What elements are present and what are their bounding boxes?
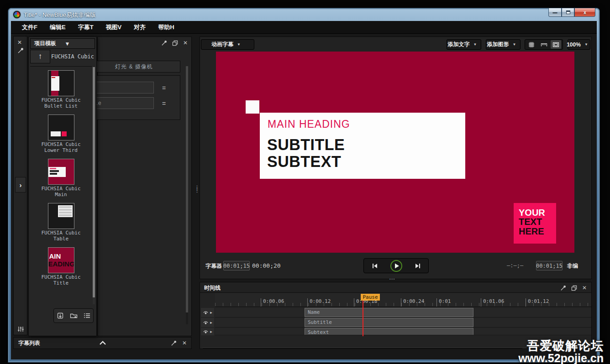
- menu-title[interactable]: 字幕T: [78, 23, 94, 31]
- out-time-field[interactable]: 00:01;15: [536, 261, 563, 270]
- template-item-title[interactable]: AIN EADING FUCHSIA Cubic Title: [30, 247, 92, 286]
- left-dock-strip: ✕ ›: [13, 36, 27, 335]
- title-mode-dropdown[interactable]: 动画字幕 ▼: [201, 39, 254, 50]
- cascade-icon[interactable]: [172, 40, 178, 46]
- template-list: FUCHSIA Cubic Bullet List FUCHSIA Cubic …: [30, 66, 92, 312]
- safe-area-toggle-button[interactable]: [551, 40, 561, 49]
- timeline-track[interactable]: Name: [215, 308, 591, 317]
- close-icon[interactable]: ✕: [182, 340, 187, 346]
- ruler-tick: 0:00.24: [401, 298, 424, 307]
- menu-handle-icon[interactable]: =: [162, 84, 166, 92]
- canvas-subtitle-text[interactable]: SUBTITLE SUBTEXT: [267, 136, 345, 170]
- templates-panel: 项目模板 ▼ ↑ FUCHSIA Cubic FUCHSIA Cubic Bul…: [28, 36, 97, 336]
- eye-icon[interactable]: [203, 329, 209, 334]
- template-label: FUCHSIA Cubic Table: [36, 230, 87, 242]
- skip-to-end-button[interactable]: [411, 259, 425, 273]
- current-time-field[interactable]: 00:01;15: [223, 261, 250, 270]
- add-shape-button[interactable]: 添加图形 ▼: [486, 39, 521, 50]
- ruler-tick: 0:01.12: [526, 298, 549, 307]
- ruler-toggle-button[interactable]: [539, 40, 549, 49]
- close-button[interactable]: x: [574, 8, 595, 17]
- mixer-icon[interactable]: [17, 326, 24, 333]
- templates-dropdown-label: 项目模板: [31, 40, 61, 47]
- pin-icon[interactable]: [560, 285, 566, 291]
- template-label: FUCHSIA Cubic Lower Third: [36, 142, 87, 154]
- watermark-line2: www.52pojie.cn: [518, 353, 604, 364]
- maximize-button[interactable]: [562, 8, 574, 17]
- template-item-lower-third[interactable]: FUCHSIA Cubic Lower Third: [30, 114, 92, 154]
- timeline-track[interactable]: Subtext: [215, 328, 591, 335]
- cascade-icon[interactable]: [571, 285, 577, 291]
- template-item-table[interactable]: FUCHSIA Cubic Table: [30, 203, 92, 242]
- clip-name[interactable]: Name: [305, 308, 473, 317]
- secondary-time-blank: —:—;—: [507, 262, 523, 269]
- pin-icon[interactable]: [161, 40, 167, 46]
- watermark: 吾爱破解论坛 www.52pojie.cn: [518, 340, 604, 364]
- subtitle-list-bar[interactable]: 字幕列表 ✕: [13, 337, 192, 349]
- expand-panel-button[interactable]: ›: [15, 177, 26, 192]
- titlebar[interactable]: Title* - NewBlue易炫非编版 — x: [8, 8, 599, 21]
- canvas-heading-text[interactable]: MAIN HEADING: [268, 118, 350, 130]
- canvas-badge-box[interactable]: YOUR TEXT HERE: [514, 203, 556, 244]
- splitter-handle[interactable]: ⋯: [389, 276, 396, 282]
- close-icon[interactable]: ✕: [183, 40, 188, 46]
- maximize-icon: [566, 10, 570, 14]
- timeline-track[interactable]: Subtitle: [215, 318, 591, 328]
- menu-view[interactable]: 视图V: [106, 23, 122, 31]
- menu-align[interactable]: 对齐: [134, 23, 146, 31]
- properties-group: = tle =: [88, 75, 180, 120]
- timeline-ruler[interactable]: 0:00.06 0:00.12 0:00.18 0:00.24 0:01 0:0…: [215, 293, 591, 307]
- ruler-tick: 0:00.06: [261, 298, 284, 307]
- pin-icon[interactable]: [17, 47, 24, 54]
- ruler-tick: 0:01: [436, 298, 451, 307]
- playhead[interactable]: [363, 300, 363, 336]
- play-button[interactable]: [389, 259, 403, 273]
- grid-toggle-button[interactable]: [526, 40, 537, 49]
- preview-panel: 动画字幕 ▼ 添加文字 ▼ 添加图形 ▼: [200, 36, 592, 279]
- close-icon[interactable]: ✕: [17, 39, 22, 46]
- template-thumbnail: AIN EADING: [48, 247, 74, 273]
- menu-edit[interactable]: 编辑E: [50, 23, 66, 31]
- add-folder-icon[interactable]: [70, 312, 78, 319]
- list-view-icon[interactable]: [84, 312, 90, 319]
- app-window: Title* - NewBlue易炫非编版 — x 文件F 编辑E 字幕T 视图…: [8, 8, 599, 362]
- export-template-button[interactable]: [57, 312, 64, 319]
- lights-camera-tab[interactable]: 灯光 & 摄像机: [88, 61, 180, 73]
- skip-to-start-button[interactable]: [368, 259, 382, 273]
- clip-subtitle[interactable]: Subtitle: [305, 318, 473, 327]
- properties-panel: ✕ 灯光 & 摄像机 = tle =: [97, 36, 192, 336]
- track-controls: ▸: [201, 328, 214, 335]
- property-field-1[interactable]: [89, 82, 154, 94]
- menu-help[interactable]: 帮助H: [158, 23, 174, 31]
- clip-subtext[interactable]: Subtext: [305, 328, 473, 335]
- pause-marker[interactable]: Pause: [361, 294, 380, 301]
- pin-icon[interactable]: [171, 340, 177, 346]
- eye-icon[interactable]: [203, 310, 209, 315]
- properties-scrollbar[interactable]: [186, 66, 188, 324]
- template-label: FUCHSIA Cubic Bullet List: [36, 98, 87, 109]
- menu-file[interactable]: 文件F: [22, 23, 37, 31]
- template-item-bullet-list[interactable]: FUCHSIA Cubic Bullet List: [30, 70, 92, 109]
- template-item-main[interactable]: FUCHSIA Cubic Main: [30, 159, 92, 198]
- canvas-heading-box[interactable]: MAIN HEADING SUBTITLE SUBTEXT: [260, 113, 465, 179]
- timeline-hscrollbar[interactable]: [202, 347, 528, 349]
- menu-handle-icon[interactable]: =: [162, 100, 166, 107]
- titler-label: 字幕器: [205, 262, 222, 270]
- canvas-accent-square[interactable]: [246, 100, 259, 114]
- expand-track-icon[interactable]: ▸: [210, 329, 212, 334]
- collapse-chevron-icon[interactable]: [99, 340, 107, 346]
- add-text-button[interactable]: 添加文字 ▼: [447, 39, 481, 50]
- title-canvas[interactable]: MAIN HEADING SUBTITLE SUBTEXT YOUR TEXT …: [216, 52, 574, 253]
- chevron-down-icon: ▼: [61, 41, 95, 47]
- zoom-dropdown[interactable]: 100% ▼: [568, 39, 590, 50]
- duration-text: 00:00;20: [252, 262, 281, 269]
- property-field-2[interactable]: tle: [89, 97, 154, 109]
- close-icon[interactable]: ✕: [582, 285, 587, 291]
- templates-dropdown[interactable]: 项目模板 ▼: [30, 38, 95, 49]
- expand-track-icon[interactable]: ▸: [210, 310, 212, 315]
- minimize-button[interactable]: —: [548, 8, 562, 17]
- template-scrollbar[interactable]: [93, 67, 95, 304]
- eye-icon[interactable]: [203, 320, 209, 325]
- folder-up-button[interactable]: ↑: [30, 50, 50, 63]
- expand-track-icon[interactable]: ▸: [210, 320, 212, 325]
